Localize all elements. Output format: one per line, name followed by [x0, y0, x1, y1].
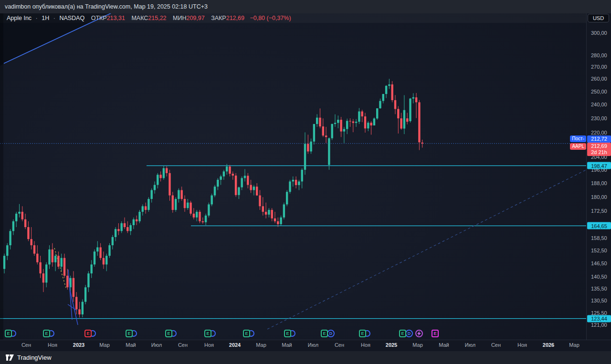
time-tick-label: Сен	[21, 342, 31, 348]
candle-body	[151, 190, 153, 199]
earnings-icon: E	[243, 330, 250, 337]
earnings-badge[interactable]: E	[5, 329, 19, 339]
candle-body	[175, 199, 177, 210]
earnings-badge[interactable]: E	[243, 329, 257, 339]
time-tick-label: Мар	[99, 342, 110, 348]
level-price-label: 123,44	[587, 315, 611, 322]
candle-body	[310, 142, 312, 152]
candle-body	[391, 84, 393, 100]
price-tick-label: 260,00	[591, 76, 607, 82]
future-earnings-badge[interactable]: E	[432, 329, 446, 339]
candle-body	[289, 181, 291, 192]
split-badge[interactable]	[415, 329, 430, 339]
candle-body	[304, 144, 306, 169]
currency-button[interactable]: USD	[588, 14, 609, 22]
candle-body	[24, 219, 26, 227]
candle-body	[370, 123, 372, 125]
candle-body	[406, 118, 408, 122]
price-tick-label: 188,00	[591, 180, 607, 186]
candle-body	[355, 122, 357, 123]
candle-body	[6, 245, 8, 256]
price-tick-label: 135,50	[591, 286, 607, 291]
price-axis[interactable]: 300,00280,00270,00260,00250,00240,00230,…	[586, 13, 611, 351]
candle-body	[145, 206, 147, 210]
trendline[interactable]	[68, 270, 72, 320]
candle-body	[115, 229, 116, 237]
candle-body	[352, 122, 354, 123]
earnings-badge[interactable]: E	[126, 329, 140, 339]
high-value: 215,22	[148, 15, 166, 21]
price-tick-label: 270,00	[591, 64, 607, 70]
candle-body	[226, 166, 228, 171]
candle-body	[202, 221, 204, 222]
price-tick-label: 172,50	[591, 208, 607, 214]
candle-body	[307, 144, 309, 151]
symbol-legend[interactable]: Apple Inc · 1H · NASDAQ ОТКР213,31 МАКС2…	[7, 15, 291, 21]
candle-body	[157, 175, 158, 185]
earnings-dividend-badge[interactable]: DE	[399, 329, 413, 339]
bar-countdown: 2d 21h	[591, 149, 607, 156]
candle-body	[262, 206, 264, 212]
candle-body	[136, 219, 137, 221]
time-tick-label: Май	[439, 342, 449, 348]
time-axis[interactable]: СенНоя2023МарМайИюлСенНоя2024МарМайИюлСе…	[0, 340, 611, 351]
price-tick-label: 300,00	[591, 30, 607, 36]
candle-body	[21, 212, 23, 219]
candle-body	[409, 99, 411, 121]
candle-body	[82, 302, 84, 314]
candle-body	[112, 237, 114, 245]
candle-body	[379, 101, 381, 108]
earnings-badge[interactable]: E	[284, 329, 298, 339]
candle-body	[154, 185, 156, 190]
candle-body	[138, 212, 140, 221]
earnings-dividend-badge[interactable]: DE	[321, 329, 335, 339]
candle-body	[193, 214, 195, 218]
candle-body	[298, 181, 300, 185]
candle-body	[394, 100, 396, 109]
candle-body	[129, 225, 131, 231]
candle-body	[133, 219, 135, 225]
trendline[interactable]	[267, 170, 586, 329]
candle-body	[39, 262, 41, 273]
earnings-badge[interactable]: E	[165, 329, 179, 339]
candle-body	[169, 173, 170, 196]
time-tick-label: Сен	[491, 342, 501, 348]
earnings-badge[interactable]: E	[204, 329, 219, 339]
tradingview-snapshot: vadimbon опубликовал(а) на TradingView.c…	[0, 0, 611, 364]
candle-body	[48, 250, 50, 265]
lightning-icon	[415, 330, 423, 337]
candle-body	[334, 123, 336, 124]
low-label: МИН	[173, 15, 186, 21]
level-price-label: 164,65	[587, 222, 611, 229]
candle-body	[232, 174, 234, 176]
candle-body	[340, 120, 342, 132]
candle-body	[199, 212, 200, 221]
candle-body	[126, 227, 128, 231]
candle-body	[208, 204, 210, 215]
candle-body	[271, 210, 273, 218]
candle-body	[301, 170, 303, 182]
candle-body	[63, 258, 65, 276]
exchange: NASDAQ	[59, 15, 84, 21]
candle-body	[181, 190, 183, 199]
candle-body	[376, 108, 378, 118]
earnings-badge[interactable]: E	[43, 329, 57, 339]
earnings-miss-badge[interactable]: E	[84, 329, 99, 339]
candle-body	[418, 102, 420, 142]
candle-body	[265, 212, 267, 215]
earnings-icon: E	[5, 330, 12, 337]
time-tick-label: 2025	[386, 342, 397, 348]
price-tick-label: 180,00	[591, 194, 607, 200]
last-price-label: 212,692d 21h	[587, 143, 611, 156]
candle-body	[343, 129, 345, 131]
price-tick-label: 158,50	[591, 235, 607, 241]
candle-body	[105, 256, 107, 264]
estimated-earnings-icon: E	[432, 330, 439, 337]
candlestick-chart[interactable]	[0, 13, 586, 340]
candle-body	[382, 94, 384, 101]
time-tick-label: 2026	[543, 342, 554, 348]
brand-name: TradingView	[17, 354, 52, 361]
candle-body	[313, 124, 315, 142]
publication-bar: vadimbon опубликовал(а) на TradingView.c…	[0, 0, 611, 13]
earnings-badge[interactable]: E	[359, 329, 373, 339]
